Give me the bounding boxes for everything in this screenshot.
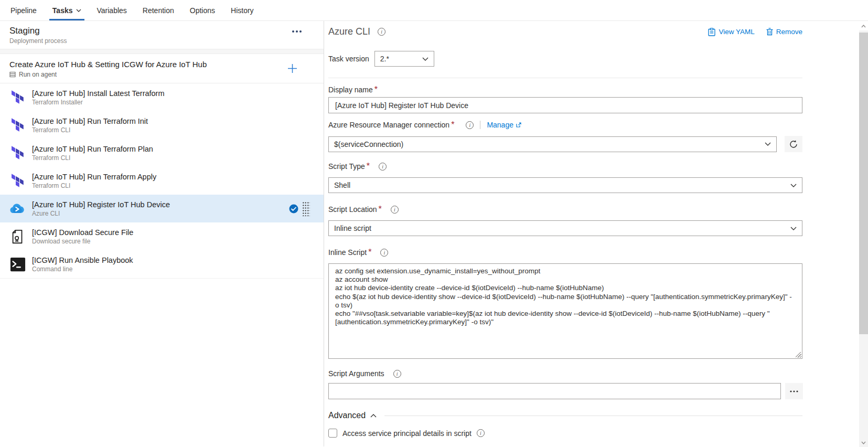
info-icon[interactable]: i bbox=[477, 429, 485, 437]
script-location-value: Inline script bbox=[334, 224, 371, 232]
script-arguments-input[interactable] bbox=[328, 383, 781, 399]
caret-down-icon bbox=[861, 441, 866, 444]
pipeline-tabs: Pipeline Tasks Variables Retention Optio… bbox=[0, 0, 868, 21]
terraform-icon bbox=[9, 145, 26, 162]
info-icon[interactable]: i bbox=[391, 206, 399, 214]
task-subtitle: Terraform CLI bbox=[32, 182, 156, 189]
script-type-value: Shell bbox=[334, 181, 350, 189]
chevron-up-icon bbox=[370, 413, 377, 418]
view-yaml-label: View YAML bbox=[719, 28, 754, 36]
task-type-title: Azure CLI bbox=[328, 26, 370, 37]
task-version-value: 2.* bbox=[380, 55, 389, 63]
tab-options[interactable]: Options bbox=[189, 0, 216, 20]
terraform-icon bbox=[9, 89, 26, 106]
drag-handle[interactable] bbox=[302, 201, 310, 216]
chevron-down-icon bbox=[76, 9, 81, 12]
info-icon[interactable]: i bbox=[466, 121, 474, 129]
info-icon[interactable]: i bbox=[380, 249, 388, 257]
task-version-label: Task version bbox=[328, 55, 369, 63]
chevron-down-icon bbox=[765, 142, 771, 146]
resize-grip-icon[interactable] bbox=[795, 352, 801, 358]
task-row-terraform-plan[interactable]: [Azure IoT Hub] Run Terraform Plan Terra… bbox=[0, 139, 324, 167]
task-row-terraform-init[interactable]: [Azure IoT Hub] Run Terraform Init Terra… bbox=[0, 111, 324, 139]
task-title: [Azure IoT Hub] Run Terraform Apply bbox=[32, 173, 156, 181]
view-yaml-button[interactable]: View YAML bbox=[708, 28, 754, 36]
scroll-up-button[interactable] bbox=[859, 22, 868, 30]
refresh-connections-button[interactable] bbox=[785, 136, 802, 152]
plus-icon bbox=[286, 62, 298, 74]
task-version-select[interactable]: 2.* bbox=[374, 51, 434, 67]
inline-script-textarea[interactable]: az config set extension.use_dynamic_inst… bbox=[328, 263, 802, 359]
advanced-section-toggle[interactable]: Advanced bbox=[328, 411, 802, 420]
task-title: [ICGW] Run Ansible Playbook bbox=[32, 256, 133, 264]
agent-icon bbox=[9, 71, 16, 78]
view-yaml-icon bbox=[708, 28, 715, 36]
add-task-button[interactable] bbox=[286, 62, 298, 76]
trash-icon bbox=[766, 28, 773, 36]
stage-subtitle: Deployment process bbox=[9, 37, 314, 45]
task-row-register-iot-device[interactable]: [Azure IoT Hub] Register IoT Hub Device … bbox=[0, 195, 324, 222]
scrollbar-thumb[interactable] bbox=[859, 33, 868, 334]
task-enabled-check-icon[interactable] bbox=[289, 204, 298, 216]
task-row-install-terraform[interactable]: [Azure IoT Hub] Install Latest Terraform… bbox=[0, 83, 324, 111]
ellipsis-icon bbox=[790, 390, 798, 392]
divider bbox=[328, 78, 802, 78]
task-title: [Azure IoT Hub] Run Terraform Init bbox=[32, 117, 148, 125]
tab-tasks[interactable]: Tasks bbox=[51, 0, 82, 20]
manage-link[interactable]: Manage bbox=[487, 121, 521, 129]
stage-more-button[interactable] bbox=[290, 28, 304, 35]
stage-title: Staging bbox=[9, 26, 314, 36]
divider bbox=[384, 416, 802, 416]
tab-variables[interactable]: Variables bbox=[96, 0, 128, 20]
access-sp-checkbox[interactable] bbox=[328, 429, 337, 438]
task-subtitle: Terraform CLI bbox=[32, 126, 148, 134]
tab-retention[interactable]: Retention bbox=[142, 0, 175, 20]
scroll-down-button[interactable] bbox=[859, 438, 868, 447]
task-subtitle: Terraform CLI bbox=[32, 154, 153, 162]
access-sp-label: Access service principal details in scri… bbox=[342, 429, 471, 438]
display-name-input[interactable] bbox=[328, 97, 802, 113]
script-arguments-more-button[interactable] bbox=[785, 383, 803, 399]
stage-header: Staging Deployment process bbox=[0, 21, 324, 49]
task-subtitle: Download secure file bbox=[32, 238, 133, 245]
advanced-label: Advanced bbox=[328, 411, 366, 420]
task-subtitle: Azure CLI bbox=[32, 210, 170, 217]
remove-label: Remove bbox=[776, 28, 802, 36]
terraform-icon bbox=[9, 173, 26, 189]
chevron-down-icon bbox=[790, 184, 797, 187]
ellipsis-icon bbox=[292, 30, 294, 33]
task-title: [ICGW] Download Secure File bbox=[32, 228, 133, 237]
script-type-select[interactable]: Shell bbox=[328, 177, 802, 193]
caret-up-icon bbox=[861, 25, 866, 28]
display-name-label: Display name bbox=[328, 86, 373, 94]
task-title: [Azure IoT Hub] Register IoT Hub Device bbox=[32, 200, 170, 209]
service-connection-select[interactable]: $(serviceConnection) bbox=[328, 136, 777, 152]
required-marker: * bbox=[379, 205, 382, 214]
task-settings-panel: Azure CLI i View YAML Remove Task versio… bbox=[324, 21, 868, 446]
task-subtitle: Terraform Installer bbox=[32, 99, 165, 106]
task-row-download-secure-file[interactable]: [ICGW] Download Secure File Download sec… bbox=[0, 222, 324, 250]
required-marker: * bbox=[367, 162, 370, 171]
tab-history[interactable]: History bbox=[230, 0, 255, 20]
script-location-select[interactable]: Inline script bbox=[328, 220, 802, 236]
chevron-down-icon bbox=[422, 57, 428, 61]
terraform-icon bbox=[9, 117, 26, 134]
refresh-icon bbox=[789, 140, 798, 149]
task-row-terraform-apply[interactable]: [Azure IoT Hub] Run Terraform Apply Terr… bbox=[0, 167, 324, 195]
divider bbox=[480, 121, 480, 129]
info-icon[interactable]: i bbox=[393, 370, 401, 378]
task-row-run-ansible-playbook[interactable]: [ICGW] Run Ansible Playbook Command line bbox=[0, 250, 324, 278]
vertical-scrollbar[interactable] bbox=[859, 22, 868, 447]
stage-sidebar: Staging Deployment process Create Azure … bbox=[0, 21, 324, 446]
info-icon[interactable]: i bbox=[379, 163, 387, 171]
agent-job-header[interactable]: Create Azure IoT Hub & Setting ICGW for … bbox=[0, 54, 324, 83]
agent-job-subtitle: Run on agent bbox=[19, 71, 57, 78]
script-type-label: Script Type bbox=[328, 162, 365, 171]
secure-file-icon bbox=[9, 228, 26, 245]
section-divider bbox=[0, 49, 324, 54]
tab-pipeline[interactable]: Pipeline bbox=[9, 0, 38, 20]
remove-task-button[interactable]: Remove bbox=[766, 28, 802, 36]
info-icon[interactable]: i bbox=[378, 28, 385, 36]
agent-job-title: Create Azure IoT Hub & Setting ICGW for … bbox=[9, 60, 314, 69]
required-marker: * bbox=[374, 85, 378, 94]
